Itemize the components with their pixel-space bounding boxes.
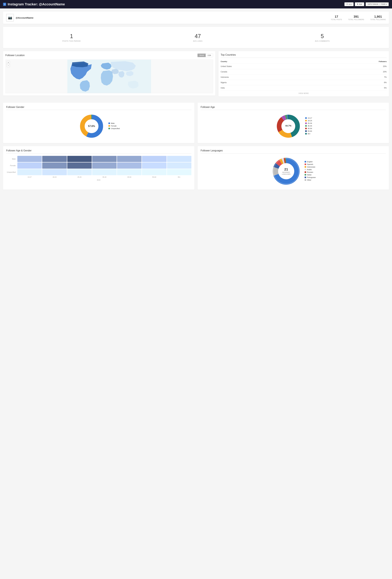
avg-likes-label: AVG LIKES bbox=[193, 40, 202, 42]
avg-comments-label: AVG COMMENTS bbox=[315, 40, 330, 42]
pdf-button[interactable]: ⬇ PDF bbox=[355, 2, 364, 6]
app-header: ❯ Instagram Tracker: @AccountName ⬇ XLS … bbox=[0, 0, 392, 8]
country-name: United States bbox=[221, 64, 318, 69]
header-left: ❯ Instagram Tracker: @AccountName bbox=[3, 2, 65, 6]
total-followers-stat: 391 TOTAL FOLLOWERS bbox=[348, 15, 364, 20]
heatmap-grid: MaleFemaleUnspecified13-1718-2425-3435-4… bbox=[6, 156, 191, 178]
top-countries-title: Top Countries bbox=[221, 54, 387, 58]
arabic-dot bbox=[305, 169, 306, 170]
gender-legend: Male Female Unspecified bbox=[108, 122, 120, 130]
posts-this-period-stat: 1 POSTS THIS PERIOD bbox=[62, 33, 81, 42]
heatmap-cell bbox=[42, 169, 67, 175]
heatmap-col-label: 18-24 bbox=[42, 176, 67, 178]
unspecified-color-dot bbox=[108, 128, 110, 129]
date-range-button[interactable]: DATE RANGE: 1 YEAR ▾ bbox=[365, 2, 389, 6]
follower-languages-card: Follower Languages bbox=[197, 146, 389, 190]
page-title: Instagram Tracker: @AccountName bbox=[8, 2, 65, 6]
heatmap-cell bbox=[167, 162, 191, 169]
follower-gender-title: Follower Gender bbox=[6, 106, 191, 110]
svg-text:57.6%: 57.6% bbox=[88, 125, 95, 127]
table-row: Indonesia7% bbox=[221, 74, 387, 80]
posts-this-period-value: 1 bbox=[62, 33, 81, 40]
table-row: Canada20% bbox=[221, 69, 387, 74]
heatmap-cell bbox=[117, 169, 141, 175]
table-row: India5% bbox=[221, 85, 387, 91]
heatmap-cell bbox=[92, 156, 117, 162]
download-icon: ⬇ bbox=[346, 3, 348, 5]
age-gender-heatmap: MaleFemaleUnspecified13-1718-2425-3435-4… bbox=[6, 156, 191, 181]
age-legend: 13-17 18-24 25-34 35-44 bbox=[305, 117, 312, 136]
heatmap-cell bbox=[17, 169, 42, 175]
followers-col-header: Followers bbox=[318, 59, 387, 64]
table-row: Nigeria6% bbox=[221, 80, 387, 85]
spanish-dot bbox=[305, 163, 306, 165]
period-stats-card: 1 POSTS THIS PERIOD 47 AVG LIKES 5 AVG C… bbox=[3, 27, 389, 48]
age-axis-label: AGE bbox=[6, 179, 191, 181]
english-dot bbox=[305, 161, 306, 162]
total-following-value: 1,901 bbox=[370, 15, 386, 18]
age-gender-languages-row: Follower Age & Gender MaleFemaleUnspecif… bbox=[3, 146, 389, 190]
account-info: 📷 @AccountName bbox=[6, 14, 33, 21]
avg-likes-value: 47 bbox=[193, 33, 202, 40]
account-card: 📷 @AccountName 17 TOTAL POSTS 391 TOTAL … bbox=[3, 11, 389, 24]
heatmap-cell bbox=[67, 169, 92, 175]
follower-age-card: Follower Age 44.7% bbox=[197, 103, 389, 143]
heatmap-cell bbox=[17, 162, 42, 169]
country-pct: 5% bbox=[318, 85, 387, 91]
heatmap-col-label: 55-64 bbox=[142, 176, 166, 178]
heatmap-cell bbox=[142, 156, 166, 162]
legend-45-54: 45-54 bbox=[305, 128, 312, 129]
italian-dot bbox=[305, 174, 306, 176]
country-name: Indonesia bbox=[221, 74, 318, 80]
legend-unspecified: Unspecified bbox=[108, 128, 120, 129]
heatmap-cell bbox=[167, 156, 191, 162]
zoom-out-button[interactable]: − bbox=[7, 64, 10, 67]
usa-toggle-button[interactable]: USA bbox=[206, 54, 213, 57]
sidebar-toggle-button[interactable]: ❯ bbox=[3, 3, 6, 6]
legend-female: Female bbox=[108, 125, 120, 127]
download-icon: ⬇ bbox=[357, 3, 358, 5]
heatmap-cell bbox=[92, 169, 117, 175]
avg-comments-value: 5 bbox=[315, 33, 330, 40]
gender-donut-wrapper: 57.6% Male Female Unspecified bbox=[6, 112, 191, 140]
period-stats: 1 POSTS THIS PERIOD 47 AVG LIKES 5 AVG C… bbox=[6, 30, 386, 45]
top-countries-card: Top Countries Country Followers United S… bbox=[218, 51, 389, 96]
world-toggle-button[interactable]: World bbox=[197, 54, 206, 57]
russian-dot bbox=[305, 171, 306, 173]
heatmap-cell bbox=[17, 156, 42, 162]
heatmap-col-label: 13-17 bbox=[17, 176, 42, 178]
heatmap-row-label: Female bbox=[6, 162, 17, 169]
view-more-button[interactable]: VIEW MORE bbox=[221, 91, 387, 94]
languages-donut-chart: 21 DIFFERENT LANGUAGES bbox=[271, 156, 302, 187]
map-zoom-controls: + − bbox=[7, 61, 10, 67]
country-name: Nigeria bbox=[221, 80, 318, 85]
legend-55-64: 55-64 bbox=[305, 130, 312, 132]
zoom-in-button[interactable]: + bbox=[7, 61, 10, 64]
main-content: 📷 @AccountName 17 TOTAL POSTS 391 TOTAL … bbox=[0, 8, 392, 196]
total-posts-label: TOTAL POSTS bbox=[331, 19, 342, 20]
account-username: @AccountName bbox=[16, 16, 33, 19]
heatmap-col-label: 65+ bbox=[167, 176, 191, 178]
legend-25-34: 25-34 bbox=[305, 122, 312, 124]
top-countries-col: Top Countries Country Followers United S… bbox=[218, 51, 389, 100]
languages-legend: English Spanish Indonesian Arabic Russia… bbox=[305, 161, 316, 182]
heatmap-cell bbox=[142, 162, 166, 169]
heatmap-cell bbox=[42, 156, 67, 162]
location-section: Follower Location World USA + − bbox=[3, 51, 389, 100]
legend-13-17: 13-17 bbox=[305, 117, 312, 119]
location-header: Follower Location World USA bbox=[5, 54, 213, 57]
svg-text:LANGUAGES: LANGUAGES bbox=[282, 173, 290, 175]
legend-65plus: 65+ bbox=[305, 133, 312, 135]
header-actions: ⬇ XLS ⬇ PDF DATE RANGE: 1 YEAR ▾ bbox=[344, 2, 389, 6]
table-row: United States20% bbox=[221, 64, 387, 69]
svg-text:DIFFERENT: DIFFERENT bbox=[282, 172, 290, 173]
total-followers-label: TOTAL FOLLOWERS bbox=[348, 19, 364, 20]
avg-likes-stat: 47 AVG LIKES bbox=[193, 33, 202, 42]
xls-button[interactable]: ⬇ XLS bbox=[344, 2, 354, 6]
svg-text:44.7%: 44.7% bbox=[285, 125, 291, 127]
follower-gender-card: Follower Gender 57.6% Male bbox=[3, 103, 195, 143]
posts-this-period-label: POSTS THIS PERIOD bbox=[62, 40, 81, 42]
languages-donut-wrapper: 21 DIFFERENT LANGUAGES English Spanish I… bbox=[201, 156, 386, 187]
country-col-header: Country bbox=[221, 59, 318, 64]
gender-age-row: Follower Gender 57.6% Male bbox=[3, 103, 389, 143]
